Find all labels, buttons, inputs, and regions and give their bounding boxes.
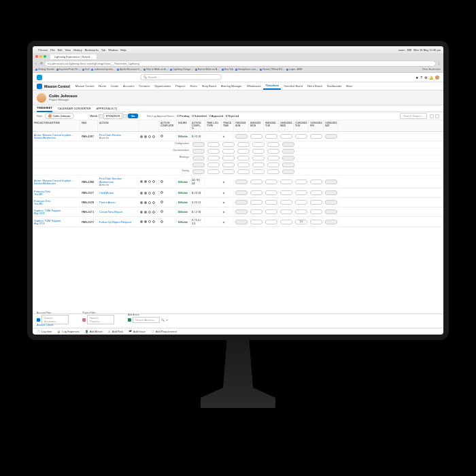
day-sun-input[interactable] — [192, 142, 205, 147]
browser-tab[interactable]: Lightning Experience | Salesf… — [50, 54, 97, 59]
day-sun-input[interactable] — [235, 209, 248, 214]
day-mon-input[interactable] — [250, 180, 262, 184]
nav-more[interactable]: More — [344, 83, 354, 89]
nav-meeting-manager[interactable]: Meeting Manager — [219, 83, 244, 89]
col-action[interactable]: ACTION — [98, 120, 139, 131]
maximize-icon[interactable] — [44, 55, 46, 58]
calendar-icon[interactable] — [144, 192, 147, 194]
day-mon-input[interactable] — [207, 156, 220, 160]
day-sat-input[interactable] — [282, 156, 294, 160]
close-icon[interactable] — [35, 55, 38, 58]
day-thu-input[interactable]: 1.5 — [295, 220, 307, 224]
day-tue-input[interactable] — [265, 220, 277, 224]
search-icon[interactable]: 🔍 — [161, 318, 165, 322]
menu-window[interactable]: Window — [108, 48, 118, 52]
nav-contacts[interactable]: Contacts — [137, 83, 152, 89]
col-track-time[interactable]: TRACK TIME — [222, 120, 234, 131]
day-fri-input[interactable] — [310, 134, 322, 139]
day-fri-input[interactable] — [310, 190, 322, 195]
bookmark-item[interactable]: How to Make an A… — [143, 68, 168, 71]
tab-approvals[interactable]: APPROVALS (7) — [97, 105, 118, 112]
status-icon[interactable] — [140, 211, 143, 214]
day-fri-input[interactable] — [310, 200, 322, 205]
tab-timesheet[interactable]: TIMESHEET — [37, 105, 52, 112]
day-thu-input[interactable] — [252, 156, 265, 160]
action-complete-checkbox[interactable] — [160, 220, 163, 223]
day-wed-input[interactable] — [280, 200, 292, 205]
day-wed-input[interactable] — [237, 169, 250, 174]
day-wed-input[interactable] — [280, 180, 292, 184]
row-checkbox[interactable] — [152, 220, 155, 223]
day-sun-input[interactable] — [235, 200, 248, 205]
log-expenses-button[interactable]: 🔒Log Expenses — [57, 330, 79, 333]
bookmark-item[interactable]: Imported From Fir… — [56, 68, 81, 71]
day-sat-input[interactable] — [282, 142, 294, 147]
day-tue-input[interactable] — [265, 180, 277, 184]
setup-icon[interactable]: ⚙ — [424, 75, 427, 80]
menu-edit[interactable]: Edit — [58, 48, 63, 52]
day-thu-input[interactable] — [252, 163, 265, 167]
url-input[interactable]: mc-demo-dev-ed.lightning.force.com/light… — [44, 61, 436, 67]
reload-icon[interactable]: ⟳ — [40, 61, 43, 65]
help-icon[interactable]: ? — [420, 75, 422, 80]
day-fri-input[interactable] — [267, 169, 279, 174]
day-sat-input[interactable] — [282, 163, 294, 167]
day-tue-input[interactable] — [265, 190, 277, 195]
day-fri-input[interactable] — [267, 163, 279, 167]
next-week-button[interactable]: › — [123, 114, 127, 118]
salesforce-logo-icon[interactable] — [37, 75, 42, 80]
col-hours[interactable]: HOURS — [177, 120, 190, 131]
other-bookmarks[interactable]: Other Bookmarks — [422, 68, 441, 71]
nav-accounts[interactable]: Accounts — [121, 83, 136, 89]
day-thu-input[interactable] — [295, 180, 307, 184]
menu-tab[interactable]: Tab — [101, 48, 105, 52]
milestone-link[interactable]: Test MS — [34, 193, 78, 196]
project-link[interactable]: Acme: Mission Control Implem… — [34, 179, 78, 182]
day-mon-input[interactable] — [250, 134, 262, 139]
edit-icon[interactable] — [148, 211, 151, 214]
day-mon-input[interactable] — [207, 149, 220, 154]
status-icon[interactable] — [140, 220, 143, 223]
clock[interactable]: Mon 16 May 12:46 pm — [413, 48, 441, 52]
bookmark-item[interactable]: New Tab — [222, 68, 234, 71]
day-mon-input[interactable] — [207, 142, 220, 147]
status-icon[interactable] — [140, 201, 143, 204]
extensions-icon[interactable]: ⋮ — [437, 61, 441, 65]
nav-story-board[interactable]: Story Board — [200, 83, 218, 89]
milestone-link[interactable]: Solution Architecture — [34, 137, 78, 139]
day-fri-input[interactable] — [310, 180, 322, 184]
menu-help[interactable]: Help — [120, 48, 126, 52]
add-issue-button[interactable]: 🏴Add Issue — [129, 330, 146, 333]
nav-leads[interactable]: Leads — [109, 83, 120, 89]
day-sun-input[interactable] — [235, 134, 248, 139]
milestone-link[interactable]: Solution Architecture — [34, 182, 78, 185]
milestone-link[interactable]: Test MS — [34, 203, 78, 205]
day-sun-input[interactable] — [192, 156, 205, 160]
day-mon-input[interactable] — [250, 220, 262, 224]
zoom-indicator[interactable]: zoom — [398, 48, 405, 52]
menu-bookmarks[interactable]: Bookmarks — [85, 48, 99, 52]
annual-leave-link[interactable]: Annual Leave — [33, 322, 443, 328]
edit-icon[interactable] — [148, 180, 151, 183]
calendar-icon[interactable] — [144, 135, 147, 138]
day-sat-input[interactable] — [282, 149, 294, 154]
status-icon[interactable] — [140, 180, 143, 183]
menu-chrome[interactable]: Chrome — [38, 48, 48, 52]
nav-roles[interactable]: Roles — [188, 83, 199, 89]
day-thu-input[interactable] — [252, 142, 265, 147]
app-launcher-icon[interactable] — [37, 84, 42, 89]
bookmark-item[interactable]: Aprika Business S… — [117, 68, 141, 71]
day-tue-input[interactable] — [265, 134, 277, 139]
nav-checklist-board[interactable]: Checklist Board — [282, 83, 305, 89]
nav-timesheet[interactable]: Timesheet — [263, 82, 281, 90]
day-tue-input[interactable] — [265, 200, 277, 205]
row-checkbox[interactable] — [152, 211, 155, 214]
calendar-icon[interactable] — [144, 220, 147, 223]
day-sat-input[interactable] — [325, 134, 337, 139]
menu-history[interactable]: History — [73, 48, 82, 52]
nav-whiteboard[interactable]: Whiteboard — [245, 83, 262, 89]
prev-week-button[interactable]: ‹ — [99, 114, 103, 118]
status-icon[interactable] — [140, 192, 143, 194]
nav-retro-board[interactable]: Retro Board — [305, 83, 324, 89]
nav-mission-control[interactable]: Mission Control — [73, 83, 97, 89]
